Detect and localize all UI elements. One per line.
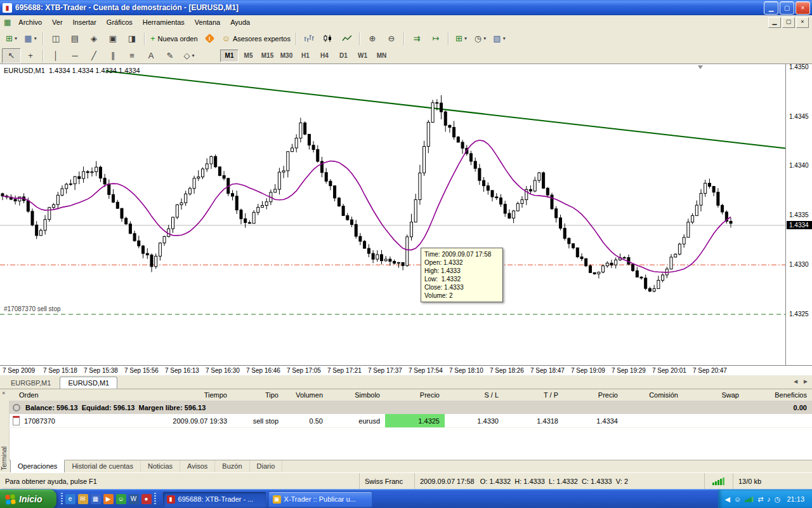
dropdown-arrow-icon[interactable]: ▾	[192, 53, 194, 58]
shapes-button[interactable]: ◇▾	[180, 48, 199, 64]
tab-scroll-right-button[interactable]: ►	[802, 378, 809, 385]
equidistant-channel-button[interactable]: ∥	[103, 48, 122, 64]
menu-item-ventana[interactable]: Ventana	[190, 17, 225, 28]
quick-launch-internet-explorer-icon[interactable]: e	[65, 494, 75, 504]
taskbar-window-695688-xtb-trader[interactable]: ▮695688: XTB-Trader - ...	[162, 491, 266, 507]
trend-line-button[interactable]: ╱	[84, 48, 103, 64]
templates-button[interactable]: ▧▾	[490, 31, 509, 46]
dropdown-arrow-icon[interactable]: ▾	[464, 36, 467, 41]
horizontal-line-button[interactable]: ─	[65, 48, 84, 64]
quick-launch-messenger-icon[interactable]: ☺	[116, 494, 126, 504]
column-header-comision[interactable]: Comisión	[623, 391, 683, 399]
market-watch-button[interactable]: ◫	[46, 31, 65, 46]
vertical-line-button[interactable]: │	[46, 48, 65, 64]
crosshair-button[interactable]: +	[21, 48, 40, 64]
timeframe-m1-button[interactable]: M1	[220, 50, 239, 62]
expert-advisors-button[interactable]: ☺Asesores expertos	[219, 31, 293, 46]
menu-item-insertar[interactable]: Insertar	[68, 17, 102, 28]
quick-launch-handle[interactable]	[61, 493, 63, 505]
column-header-tipo[interactable]: Tipo	[232, 391, 284, 399]
chart-line-button[interactable]	[337, 31, 357, 46]
menu-item-ver[interactable]: Ver	[47, 17, 68, 28]
chart-candlesticks-button[interactable]	[318, 31, 337, 46]
tab-scroll-left-button[interactable]: ◄	[792, 378, 799, 385]
minimize-button[interactable]: ▁	[764, 1, 778, 15]
time-axis[interactable]: 7 Sep 20097 Sep 15:187 Sep 15:387 Sep 15…	[0, 365, 812, 375]
chart-tab-eurgbp-m1[interactable]: EURGBP,M1	[3, 377, 59, 389]
taskbar-clock[interactable]: 21:13	[787, 495, 804, 503]
column-header-beneficios[interactable]: Beneficios	[744, 391, 812, 399]
draw-objects-button[interactable]: ✎	[160, 48, 180, 64]
navigator-button[interactable]: ◈	[84, 31, 103, 46]
timeframe-mn-button[interactable]: MN	[372, 50, 391, 62]
terminal-panel-button[interactable]: ▣	[103, 31, 122, 46]
terminal-tab-buzon[interactable]: Buzón	[215, 460, 249, 473]
candlestick-chart[interactable]	[0, 64, 785, 366]
dropdown-arrow-icon[interactable]: ▾	[15, 36, 17, 41]
chart-plot[interactable]: EURUSD,M1 1.4334 1.4334 1.4334 1.4334 #1…	[0, 64, 785, 366]
taskbar-window-x-trader-publicar-u[interactable]: ▣X-Trader :: Publicar u...	[268, 491, 372, 507]
timeframe-h1-button[interactable]: H1	[296, 50, 315, 62]
mdi-minimize-button[interactable]: ▁	[768, 17, 781, 28]
dropdown-arrow-icon[interactable]: ▾	[483, 36, 486, 41]
quick-launch-show-desktop-icon[interactable]: ▦	[91, 494, 101, 504]
data-window-button[interactable]: ▤	[65, 31, 84, 46]
terminal-tab-operaciones[interactable]: Operaciones	[10, 460, 65, 473]
terminal-tab-avisos[interactable]: Avisos	[180, 460, 215, 473]
column-header-precio[interactable]: Precio	[563, 391, 623, 399]
quick-launch-word-icon[interactable]: W	[129, 494, 139, 504]
price-axis[interactable]: 1.43501.43451.43401.43351.43301.43251.43…	[785, 64, 812, 366]
new-order-button[interactable]: +Nueva orden	[148, 31, 200, 46]
quick-launch-browser-icon[interactable]: ●	[141, 494, 152, 504]
tray-network-icon[interactable]: ⇄	[757, 496, 763, 503]
timeframe-m15-button[interactable]: M15	[258, 50, 277, 62]
menu-item-herramientas[interactable]: Herramientas	[138, 17, 190, 28]
quick-launch-handle[interactable]	[154, 493, 156, 505]
timeframe-w1-button[interactable]: W1	[353, 50, 372, 62]
column-header-s-l[interactable]: S / L	[445, 391, 504, 399]
menu-item-archivo[interactable]: Archivo	[13, 17, 47, 28]
mdi-restore-button[interactable]: ▢	[782, 17, 795, 28]
timeframe-m30-button[interactable]: M30	[277, 50, 296, 62]
column-header-precio[interactable]: Precio	[385, 391, 445, 399]
zoom-out-button[interactable]: ⊖	[382, 31, 401, 46]
profiles-button[interactable]: ▦▾	[21, 31, 40, 46]
order-row[interactable]: 170873702009.09.07 19:33sell stop0.50eur…	[9, 414, 812, 428]
restore-button[interactable]: ▢	[780, 1, 794, 15]
metaeditor-button[interactable]: !	[200, 31, 219, 46]
menu-item-ayuda[interactable]: Ayuda	[225, 17, 255, 28]
tray-hide-icons-icon[interactable]: ◀	[724, 496, 730, 503]
column-header-tiempo[interactable]: Tiempo	[104, 391, 232, 399]
cursor-button[interactable]: ↖	[2, 48, 21, 64]
column-header-orden[interactable]: Orden	[9, 391, 104, 399]
start-button[interactable]: Inicio	[0, 490, 56, 508]
fibonacci-retracement-button[interactable]: ≡	[122, 48, 141, 64]
column-header-simbolo[interactable]: Simbolo	[328, 391, 385, 399]
column-header-volumen[interactable]: Volumen	[284, 391, 328, 399]
column-header-swap[interactable]: Swap	[683, 391, 744, 399]
dropdown-arrow-icon[interactable]: ▾	[503, 36, 506, 41]
mdi-close-button[interactable]: ×	[796, 17, 809, 28]
new-chart-button[interactable]: ⊞▾	[2, 31, 21, 46]
timeframe-h4-button[interactable]: H4	[315, 50, 334, 62]
close-button[interactable]: ×	[796, 1, 810, 15]
terminal-tab-diario[interactable]: Diario	[250, 460, 283, 473]
dropdown-arrow-icon[interactable]: ▾	[34, 36, 37, 41]
tray-volume-icon[interactable]: ♪	[767, 496, 771, 503]
text-label-button[interactable]: A	[141, 48, 160, 64]
indicators-button[interactable]: ⊞▾	[452, 31, 471, 46]
strategy-tester-button[interactable]: ◨	[122, 31, 141, 46]
tray-scheduler-icon[interactable]: ◷	[775, 496, 781, 503]
auto-scroll-button[interactable]: ⇉	[407, 31, 426, 46]
menu-item-graficos[interactable]: Gráficos	[102, 17, 138, 28]
chart-tab-eurusd-m1[interactable]: EURUSD,M1	[60, 377, 117, 389]
zoom-in-button[interactable]: ⊕	[363, 31, 382, 46]
quick-launch-media-player-icon[interactable]: ▶	[103, 494, 114, 504]
terminal-tab-noticias[interactable]: Noticias	[141, 460, 180, 473]
chart-bars-button[interactable]	[299, 31, 318, 46]
column-header-t-p[interactable]: T / P	[504, 391, 563, 399]
timeframe-m5-button[interactable]: M5	[239, 50, 258, 62]
terminal-close-button[interactable]: ×	[2, 390, 5, 396]
periods-button[interactable]: ◷▾	[471, 31, 490, 46]
tray-messenger-status-icon[interactable]: ☺	[734, 496, 741, 503]
